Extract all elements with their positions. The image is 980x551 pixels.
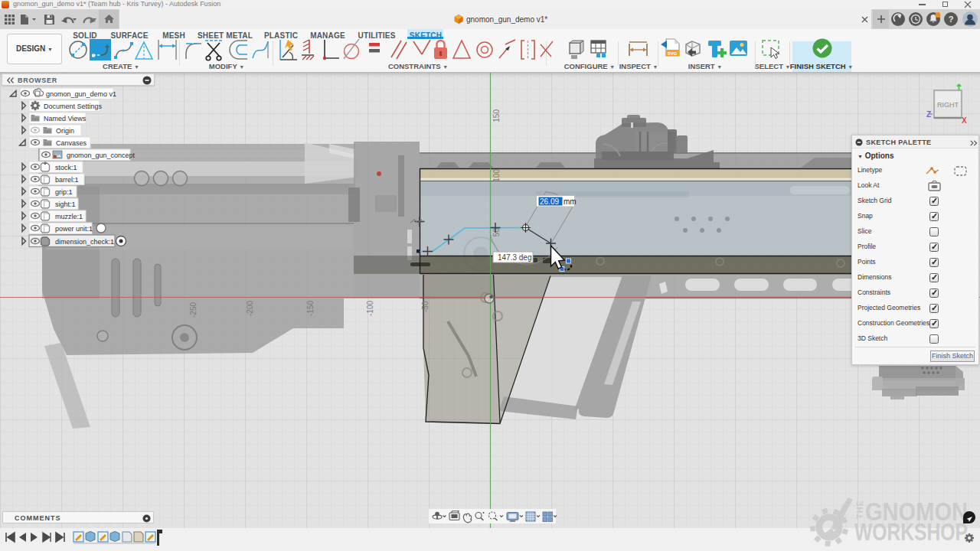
svg-text:THE: THE xyxy=(855,500,864,519)
svg-text:WORKSHOP: WORKSHOP xyxy=(854,518,968,546)
